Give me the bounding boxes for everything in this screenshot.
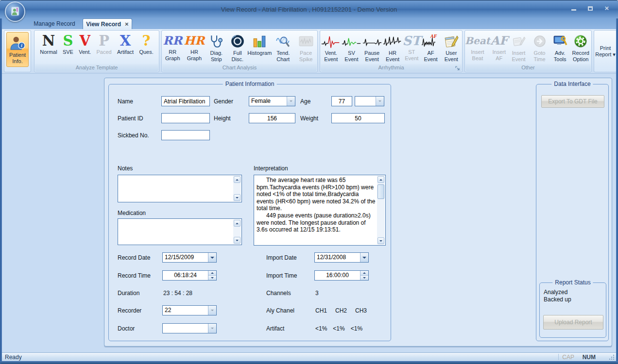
- vent-event-button[interactable]: Vent. Event: [320, 32, 342, 62]
- resize-grip[interactable]: [608, 354, 614, 360]
- scroll-up-icon[interactable]: [234, 176, 240, 183]
- scroll-down-icon[interactable]: [378, 237, 384, 244]
- aly-chanel-label: Aly Chanel: [266, 307, 294, 314]
- record-info-panel: Patient Information Name Gender Female A…: [104, 78, 612, 347]
- patient-information-fieldset: Patient Information Name Gender Female A…: [108, 84, 391, 341]
- export-gdt-button[interactable]: Export To GDT File: [541, 95, 604, 108]
- duration-value: 23 : 54 : 28: [163, 290, 192, 297]
- arrhythmia-dialog-launcher-icon[interactable]: [455, 65, 461, 71]
- user-event-button[interactable]: User Event: [441, 32, 462, 62]
- hr-graph-button[interactable]: HR HR Graph: [184, 32, 206, 61]
- name-input[interactable]: [161, 96, 210, 106]
- tend-chart-button[interactable]: Tend. Chart: [272, 32, 294, 62]
- scroll-up-icon[interactable]: [234, 220, 240, 227]
- age-unit-select[interactable]: [355, 96, 384, 106]
- record-option-button[interactable]: Record Option: [570, 32, 591, 62]
- insert-af-button: AF Insert AF: [490, 32, 508, 61]
- other-group: Beat Insert Beat AF Insert AF: [464, 30, 592, 72]
- tab-close-icon[interactable]: ×: [125, 19, 129, 29]
- disc-icon: [230, 33, 245, 50]
- tab-manage-record[interactable]: Manage Record: [27, 18, 82, 29]
- insert-af-icon: AF: [490, 33, 508, 49]
- status-ready-text: Ready: [5, 354, 22, 361]
- age-unit-dropdown-icon[interactable]: [376, 97, 384, 106]
- weight-label: Weight: [300, 115, 318, 122]
- doctor-dropdown-icon[interactable]: [208, 324, 216, 333]
- af-event-button[interactable]: AF AF Event: [421, 32, 441, 62]
- patient-info-button[interactable]: i Patient Info.: [6, 32, 29, 67]
- height-input[interactable]: [249, 113, 295, 123]
- sickbed-input[interactable]: [161, 130, 210, 140]
- scroll-down-icon[interactable]: [234, 194, 240, 201]
- notes-scrollbar[interactable]: [233, 176, 241, 201]
- notes-textarea[interactable]: [118, 175, 242, 202]
- window-border: [0, 18, 2, 364]
- vent-button[interactable]: V Vent.: [79, 32, 91, 55]
- import-time-label: Import Time: [266, 272, 297, 279]
- upload-report-button[interactable]: Upload Report: [543, 315, 603, 330]
- patient-information-legend: Patient Information: [223, 81, 277, 87]
- data-interface-legend: Data Interface: [551, 81, 593, 87]
- height-label: Height: [214, 115, 231, 122]
- scroll-down-icon[interactable]: [234, 237, 240, 244]
- record-date-dropdown-icon[interactable]: [208, 253, 216, 262]
- close-button[interactable]: ×: [602, 5, 611, 12]
- full-disc-button[interactable]: Full Disc.: [227, 32, 247, 62]
- time-down-icon[interactable]: [360, 275, 368, 280]
- analyze-template-group: N Normal S SVE V Vent. P Paced X Artif: [34, 30, 159, 72]
- sve-button[interactable]: S SVE: [63, 32, 73, 55]
- doctor-select[interactable]: [162, 323, 217, 333]
- artifact-button[interactable]: X Artifact: [117, 32, 134, 55]
- maximize-button[interactable]: [586, 5, 595, 12]
- hr-event-button[interactable]: HR Event: [383, 32, 402, 62]
- recorder-dropdown-icon[interactable]: [208, 306, 216, 315]
- import-time-spinner[interactable]: 16:00:00: [314, 270, 369, 281]
- minimize-button[interactable]: [569, 5, 578, 12]
- patient-id-input[interactable]: [161, 113, 210, 123]
- time-up-icon[interactable]: [360, 271, 368, 275]
- adv-tools-button[interactable]: Adv. Tools: [550, 32, 570, 62]
- stethoscope-icon: [209, 33, 223, 50]
- pace-spike-button: Pace Spike: [294, 32, 317, 62]
- scrollbar-thumb[interactable]: [378, 184, 384, 199]
- recorder-select[interactable]: 22: [162, 305, 217, 315]
- print-report-button[interactable]: Print Report ▾: [595, 32, 616, 71]
- medication-scrollbar[interactable]: [233, 219, 241, 244]
- age-input[interactable]: [331, 96, 352, 106]
- interpretation-label: Interpretation: [254, 165, 288, 172]
- pause-event-button[interactable]: Pause Event: [361, 32, 382, 62]
- scroll-up-icon[interactable]: [378, 176, 384, 183]
- insert-event-button: Insert Event: [508, 32, 530, 62]
- application-menu-button[interactable]: [5, 1, 25, 22]
- window-border: [0, 361, 618, 364]
- histogram-button[interactable]: Histogram: [247, 32, 272, 56]
- tab-view-record[interactable]: View Record ×: [83, 18, 132, 29]
- sv-event-button[interactable]: SV Event: [342, 32, 361, 62]
- record-time-spinner[interactable]: 06:18:24: [162, 270, 217, 281]
- name-label: Name: [118, 98, 133, 105]
- st-event-button: ST ST Event: [402, 32, 421, 61]
- interpretation-textarea[interactable]: The average heart rate was 65 bpm.Tachyc…: [254, 175, 386, 246]
- status-bar: Ready CAP NUM: [2, 352, 616, 361]
- print-dropdown-icon: ▾: [613, 51, 616, 57]
- rr-graph-button[interactable]: RR RR Graph: [162, 32, 184, 61]
- doctor-label: Doctor: [118, 325, 135, 332]
- time-up-icon[interactable]: [208, 271, 216, 275]
- import-date-dropdown-icon[interactable]: [360, 253, 368, 262]
- titlebar: View Record - Atrial Fibrillation , H091…: [0, 0, 618, 18]
- medication-label: Medication: [118, 210, 146, 216]
- record-date-picker[interactable]: 12/15/2009: [162, 252, 217, 263]
- gender-dropdown-icon[interactable]: [287, 97, 295, 106]
- diag-strip-button[interactable]: Diag. Strip: [205, 32, 227, 62]
- interpretation-scrollbar[interactable]: [377, 176, 385, 245]
- import-date-picker[interactable]: 12/31/2008: [314, 252, 369, 263]
- ques-button[interactable]: ? Ques.: [139, 32, 153, 55]
- time-down-icon[interactable]: [208, 275, 216, 280]
- ques-letter-icon: ?: [142, 33, 151, 49]
- gender-select[interactable]: Female: [249, 96, 295, 106]
- arrhythmia-group: Vent. Event SV Event: [320, 30, 463, 72]
- weight-input[interactable]: [331, 113, 385, 123]
- patient-id-label: Patient ID: [118, 115, 143, 122]
- medication-textarea[interactable]: [118, 218, 242, 245]
- normal-button[interactable]: N Normal: [40, 32, 57, 55]
